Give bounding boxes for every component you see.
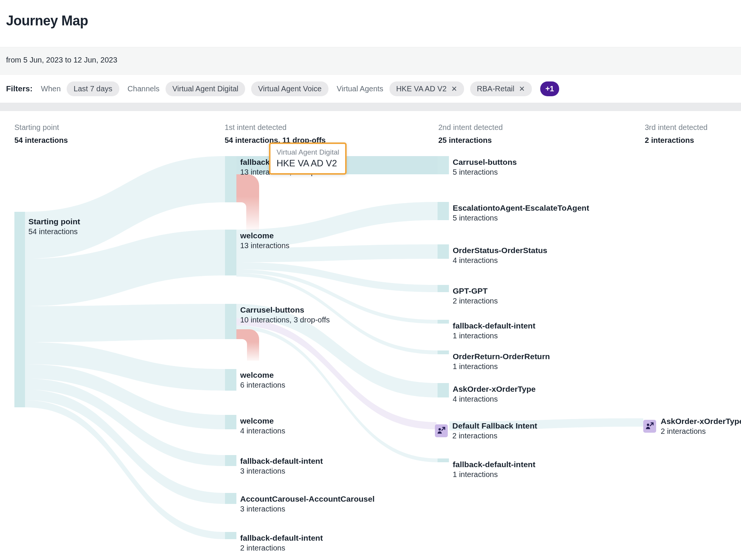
column-summary-3: 2 interactions [645,136,694,145]
node-label-welcome4: welcome4 interactions [240,416,285,436]
node-title: EscalationtoAgent-EscalateToAgent [453,203,589,213]
node-title: OrderReturn-OrderReturn [453,351,550,361]
node-subtitle: 5 interactions [453,213,589,223]
node-subtitle: 54 interactions [28,227,80,237]
node-bar-c_fdi1b[interactable] [438,458,449,462]
node-subtitle: 10 interactions, 3 drop-offs [240,315,330,325]
node-subtitle: 4 interactions [453,255,547,266]
node-bar-c_askorder4[interactable] [438,383,449,397]
node-label-account3: AccountCarousel-AccountCarousel3 interac… [240,494,375,514]
node-subtitle: 1 interactions [453,361,550,372]
node-title: welcome [240,370,285,380]
tooltip-channel: Virtual Agent Digital [277,147,339,157]
node-bar-c_carrusel5[interactable] [438,156,449,174]
escalation-person-arrow-icon [645,422,654,431]
node-title: AskOrder-xOrderType [661,416,741,426]
dropoff-carrusel10 [236,329,259,361]
node-icon-c_dfi2[interactable] [435,424,448,437]
tooltip-agent: HKE VA AD V2 [277,157,339,169]
node-label-c_carrusel5: Carrusel-buttons5 interactions [453,157,517,177]
journey-map-sankey: Starting point54 interactions1st intent … [0,0,741,560]
node-title: fallback-default-intent [240,456,323,466]
node-title: welcome [240,230,289,241]
node-bar-c_escalation5[interactable] [438,202,449,220]
tooltip: Virtual Agent Digital HKE VA AD V2 [269,142,347,175]
node-subtitle: 2 interactions [452,431,537,441]
node-title: Starting point [28,216,80,227]
column-summary-0: 54 interactions [14,136,68,145]
node-bar-welcome4[interactable] [225,415,236,429]
node-subtitle: 4 interactions [240,426,285,436]
column-header-0: Starting point [14,123,59,132]
node-title: Carrusel-buttons [240,305,330,315]
node-label-welcome13: welcome13 interactions [240,230,289,251]
node-title: fallback-default-intent [453,321,535,331]
node-subtitle: 2 interactions [453,296,498,306]
node-subtitle: 6 interactions [240,380,285,390]
node-title: fallback-default-intent [453,459,535,469]
node-label-c_dfi2: Default Fallback Intent2 interactions [452,421,537,441]
node-title: GPT-GPT [453,286,498,296]
node-bar-start[interactable] [14,212,25,407]
node-subtitle: 3 interactions [240,466,323,476]
escalation-person-arrow-icon [437,426,446,435]
node-label-c_askorder4: AskOrder-xOrderType4 interactions [453,384,536,404]
node-bar-account3[interactable] [225,493,236,504]
node-bar-c_gpt2[interactable] [438,285,449,292]
node-title: welcome [240,416,285,426]
node-title: AskOrder-xOrderType [453,384,536,394]
node-label-c_orderstatus4: OrderStatus-OrderStatus4 interactions [453,245,547,266]
column-header-1: 1st intent detected [225,123,286,132]
node-label-welcome6: welcome6 interactions [240,370,285,390]
node-subtitle: 1 interactions [453,331,535,341]
node-label-c_fdi1b: fallback-default-intent1 interactions [453,459,535,480]
column-header-2: 2nd intent detected [438,123,503,132]
node-title: Carrusel-buttons [453,157,517,167]
node-icon-d_askorder2[interactable] [643,420,656,433]
column-summary-2: 25 interactions [438,136,492,145]
node-title: AccountCarousel-AccountCarousel [240,494,375,504]
node-bar-fdi3[interactable] [225,455,236,466]
node-subtitle: 4 interactions [453,394,536,404]
node-subtitle: 2 interactions [661,426,741,436]
node-title: fallback-default-intent [240,533,323,543]
node-bar-welcome6[interactable] [225,369,236,391]
node-label-start: Starting point54 interactions [28,216,80,237]
node-label-carrusel10: Carrusel-buttons10 interactions, 3 drop-… [240,305,330,325]
dropoff-fallback [236,174,259,232]
node-label-c_fdi1: fallback-default-intent1 interactions [453,321,535,341]
node-subtitle: 2 interactions [240,543,323,553]
column-header-3: 3rd intent detected [645,123,708,132]
node-label-c_escalation5: EscalationtoAgent-EscalateToAgent5 inter… [453,203,589,223]
node-label-c_orderreturn1: OrderReturn-OrderReturn1 interactions [453,351,550,372]
node-label-fdi3: fallback-default-intent3 interactions [240,456,323,476]
node-bar-fallback[interactable] [225,156,236,202]
node-bar-welcome13[interactable] [225,230,236,275]
node-label-fdi2: fallback-default-intent2 interactions [240,533,323,553]
node-label-d_askorder2: AskOrder-xOrderType2 interactions [661,416,741,436]
node-title: OrderStatus-OrderStatus [453,245,547,255]
link-start-carrusel10[interactable] [25,304,225,342]
node-bar-carrusel10[interactable] [225,304,236,339]
node-subtitle: 1 interactions [453,469,535,480]
node-title: Default Fallback Intent [452,421,537,431]
node-bar-c_orderreturn1[interactable] [438,350,449,354]
node-bar-c_orderstatus4[interactable] [438,244,449,259]
node-subtitle: 3 interactions [240,504,375,514]
node-subtitle: 5 interactions [453,167,517,177]
node-label-c_gpt2: GPT-GPT2 interactions [453,286,498,306]
node-subtitle: 13 interactions [240,241,289,251]
node-bar-fdi2[interactable] [225,532,236,539]
node-bar-c_fdi1[interactable] [438,320,449,324]
